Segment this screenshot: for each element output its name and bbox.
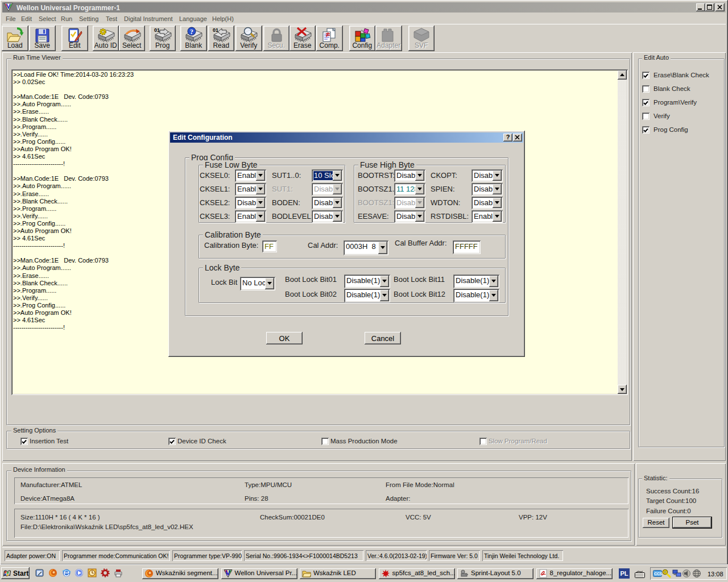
svg-text:01: 01 [213,27,218,33]
svg-text:01: 01 [154,27,160,33]
svg-text:CCS: CCS [654,572,662,576]
svg-text:?: ? [190,28,193,36]
